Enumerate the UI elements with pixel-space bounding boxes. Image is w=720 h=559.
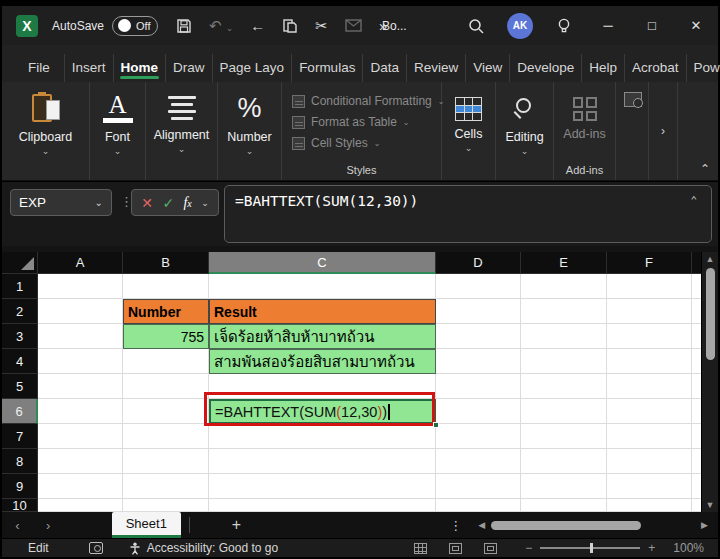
format-as-table-button[interactable]: Format as Table ⌄ xyxy=(292,115,431,129)
page-layout-view-icon[interactable] xyxy=(449,543,462,554)
close-button[interactable]: ✕ xyxy=(674,7,718,45)
hscroll-right-icon[interactable]: ▶ xyxy=(701,520,708,530)
cancel-entry-icon[interactable]: ✕ xyxy=(141,195,153,211)
macro-record-icon[interactable] xyxy=(89,542,103,554)
number-group[interactable]: % Number ⌄ xyxy=(218,82,282,180)
clipboard-group[interactable]: Clipboard ⌄ xyxy=(2,82,90,180)
cell-b9[interactable] xyxy=(123,474,209,499)
conditional-formatting-button[interactable]: Conditional Formatting ⌄ xyxy=(292,94,431,108)
vertical-scroll-thumb[interactable] xyxy=(706,268,715,360)
cell-e1[interactable] xyxy=(521,274,607,299)
next-sheet-icon[interactable]: › xyxy=(33,518,64,533)
cell-f4[interactable] xyxy=(607,349,692,374)
cell-d2[interactable] xyxy=(436,299,521,324)
zoom-slider-thumb[interactable] xyxy=(590,543,593,553)
cell-d1[interactable] xyxy=(436,274,521,299)
zoom-slider[interactable] xyxy=(540,547,640,549)
cell-f8[interactable] xyxy=(607,449,692,474)
cell-f9[interactable] xyxy=(607,474,692,499)
row-header-8[interactable]: 8 xyxy=(2,449,38,474)
cell-b1[interactable] xyxy=(123,274,209,299)
cell-c7[interactable] xyxy=(209,424,436,449)
row-header-3[interactable]: 3 xyxy=(2,324,38,349)
cell-c2-result-header[interactable]: Result xyxy=(209,299,436,324)
cell-a5[interactable] xyxy=(38,374,123,399)
insert-function-icon[interactable]: fx xyxy=(183,195,191,211)
search-icon[interactable] xyxy=(454,7,498,45)
save-icon[interactable] xyxy=(176,18,192,34)
zoom-level[interactable]: 100% xyxy=(673,541,704,555)
column-header-e[interactable]: E xyxy=(521,252,607,274)
fill-handle[interactable] xyxy=(433,422,439,428)
zoom-in-button[interactable]: + xyxy=(648,541,655,555)
cell-a4[interactable] xyxy=(38,349,123,374)
cell-b4[interactable] xyxy=(123,349,209,374)
cell-f2[interactable] xyxy=(607,299,692,324)
ribbon-more-button[interactable]: › xyxy=(648,82,678,180)
row-header-9[interactable]: 9 xyxy=(2,474,38,499)
back-arrow-icon[interactable]: ← xyxy=(250,17,265,34)
cell-e4[interactable] xyxy=(521,349,607,374)
cell-b7[interactable] xyxy=(123,424,209,449)
horizontal-scrollbar[interactable] xyxy=(491,519,701,531)
tab-acrobat[interactable]: Acrobat xyxy=(625,54,687,83)
cell-b6[interactable] xyxy=(123,399,209,424)
cell-d5[interactable] xyxy=(436,374,521,399)
cell-e7[interactable] xyxy=(521,424,607,449)
column-header-a[interactable]: A xyxy=(38,252,123,274)
sheet-tab-sheet1[interactable]: Sheet1 xyxy=(112,512,181,538)
zoom-out-button[interactable]: − xyxy=(525,541,532,555)
tab-review[interactable]: Review xyxy=(407,54,466,83)
tab-insert[interactable]: Insert xyxy=(65,54,114,83)
maximize-button[interactable]: □ xyxy=(630,7,674,45)
alignment-group[interactable]: Alignment ⌄ xyxy=(146,82,218,180)
row-header-1[interactable]: 1 xyxy=(2,274,38,299)
font-group[interactable]: A Font ⌄ xyxy=(90,82,146,180)
accessibility-status[interactable]: Accessibility: Good to go xyxy=(129,541,278,555)
cell-a8[interactable] xyxy=(38,449,123,474)
image-addin-button[interactable] xyxy=(616,82,648,180)
cell-f1[interactable] xyxy=(607,274,692,299)
tab-data[interactable]: Data xyxy=(363,54,407,83)
tab-help[interactable]: Help xyxy=(582,54,625,83)
cell-e10[interactable] xyxy=(521,499,607,512)
cell-c5[interactable] xyxy=(209,374,436,399)
row-header-7[interactable]: 7 xyxy=(2,424,38,449)
row-header-4[interactable]: 4 xyxy=(2,349,38,374)
tab-file[interactable]: File xyxy=(18,54,65,83)
collapse-formula-bar-icon[interactable]: ⌃ xyxy=(690,194,697,207)
cell-d3[interactable] xyxy=(436,324,521,349)
name-box[interactable]: EXP ⌄ xyxy=(10,189,112,216)
cell-d10[interactable] xyxy=(436,499,521,512)
cell-e2[interactable] xyxy=(521,299,607,324)
formula-input[interactable]: =BAHTTEXT(SUM(12,30)) ⌃ xyxy=(224,185,712,243)
cell-c3-baht-text[interactable]: เจ็ดร้อยห้าสิบห้าบาทถ้วน xyxy=(209,324,436,349)
tab-formulas[interactable]: Formulas xyxy=(292,54,363,83)
cell-c4-baht-text[interactable]: สามพันสองร้อยสิบสามบาทถ้วน xyxy=(209,349,436,374)
cell-d9[interactable] xyxy=(436,474,521,499)
tab-view[interactable]: View xyxy=(466,54,510,83)
tab-power-pivot[interactable]: Power Piv xyxy=(687,54,720,83)
row-header-2[interactable]: 2 xyxy=(2,299,38,324)
cell-styles-button[interactable]: Cell Styles ⌄ xyxy=(292,136,431,150)
normal-view-icon[interactable] xyxy=(414,543,427,554)
cell-b5[interactable] xyxy=(123,374,209,399)
cell-b2-number-header[interactable]: Number xyxy=(123,299,209,324)
column-header-b[interactable]: B xyxy=(123,252,209,274)
page-break-view-icon[interactable] xyxy=(484,543,497,554)
cell-c8[interactable] xyxy=(209,449,436,474)
cell-d8[interactable] xyxy=(436,449,521,474)
hscroll-left-icon[interactable]: ◀ xyxy=(478,520,485,530)
tab-draw[interactable]: Draw xyxy=(166,54,213,83)
minimize-button[interactable]: ─ xyxy=(586,7,630,45)
column-header-f[interactable]: F xyxy=(607,252,692,274)
cell-a1[interactable] xyxy=(38,274,123,299)
cell-a7[interactable] xyxy=(38,424,123,449)
cell-a6[interactable] xyxy=(38,399,123,424)
row-header-6[interactable]: 6 xyxy=(2,399,38,424)
editing-group[interactable]: Editing ⌄ xyxy=(496,82,554,180)
autosave-toggle[interactable]: Off xyxy=(112,16,158,36)
scroll-up-icon[interactable]: ▲ xyxy=(706,252,715,266)
cell-c10[interactable] xyxy=(209,499,436,512)
cell-f5[interactable] xyxy=(607,374,692,399)
